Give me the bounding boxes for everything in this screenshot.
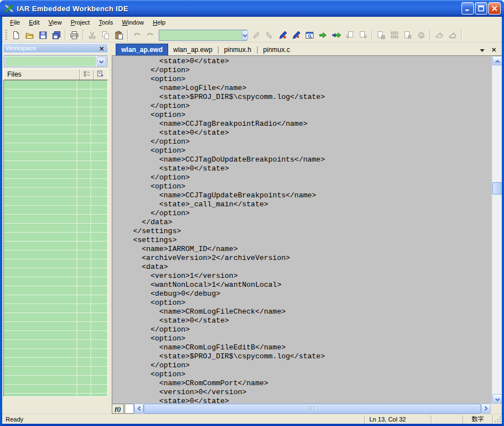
horizontal-scroll-thumb[interactable]: [144, 404, 481, 414]
find-combobox[interactable]: [159, 30, 247, 41]
tab-wlan-ap-ewp[interactable]: wlan_ap.ewp: [168, 44, 217, 55]
find-combo-input[interactable]: [159, 30, 242, 40]
undo-button: [130, 29, 143, 41]
workspace-config-value: [5, 56, 96, 66]
new-document-button[interactable]: [9, 29, 22, 41]
go-with-arguments-button[interactable]: [330, 29, 343, 41]
find-next-button: [263, 29, 275, 41]
editor-margin-toggle-button[interactable]: [125, 404, 134, 414]
make-icon: [377, 31, 386, 40]
menu-view[interactable]: View: [44, 17, 66, 27]
scroll-up-button[interactable]: [492, 56, 502, 65]
go-to-bookmark-icon: [292, 31, 301, 40]
save-button[interactable]: [36, 29, 49, 41]
file-status-column-header[interactable]: [79, 69, 93, 79]
editor-tab-bar: wlan_ap.ewd wlan_ap.ewp pinmux.h pinmux.…: [112, 42, 502, 55]
chevron-down-icon: [480, 45, 484, 54]
make-button: [374, 29, 387, 41]
chevron-up-icon: [495, 58, 500, 64]
find-previous-button: [249, 29, 262, 41]
toolbar-grip[interactable]: [5, 30, 7, 41]
scroll-down-button[interactable]: [492, 394, 502, 404]
build-status-column-header[interactable]: [93, 69, 107, 79]
workspace-panel: Workspace Files: [2, 42, 110, 414]
download-and-debug-button: [432, 29, 445, 41]
maximize-button[interactable]: [475, 2, 487, 15]
workspace-combo-dropdown-button[interactable]: [97, 56, 106, 66]
go-to-bookmark-button[interactable]: [289, 29, 302, 41]
save-all-button[interactable]: [50, 29, 63, 41]
minimize-button[interactable]: [462, 2, 474, 15]
copy-button: [99, 29, 112, 41]
open-file-button[interactable]: [23, 29, 36, 41]
find-previous-icon: [251, 31, 260, 40]
menu-edit[interactable]: Edit: [25, 17, 44, 27]
editor-panel: wlan_ap.ewd wlan_ap.ewp pinmux.h pinmux.…: [112, 42, 502, 414]
find-next-icon: [265, 31, 274, 40]
horizontal-scrollbar[interactable]: [134, 404, 491, 414]
file-status-icon: [83, 70, 90, 78]
scroll-right-button[interactable]: [481, 404, 491, 414]
workspace-close-button[interactable]: [98, 44, 106, 52]
vertical-scroll-thumb[interactable]: [492, 182, 502, 195]
menu-bar: File Edit View Project Tools Window Help: [2, 17, 502, 28]
go-with-arguments-icon: [332, 31, 341, 40]
main-area: Workspace Files: [2, 42, 502, 414]
toolbar-separator: [65, 30, 65, 41]
resize-grip[interactable]: [493, 414, 502, 424]
find-combo-dropdown-button[interactable]: [242, 30, 248, 40]
close-button[interactable]: [488, 2, 501, 15]
batch-build-button: [388, 29, 401, 41]
menu-window[interactable]: Window: [117, 17, 148, 27]
chevron-down-icon: [243, 32, 248, 39]
toolbar-separator: [461, 30, 462, 41]
app-window: IAR Embedded Workbench IDE File Edit Vie…: [0, 0, 504, 426]
next-statement-icon: [359, 31, 368, 40]
menu-project[interactable]: Project: [66, 17, 94, 27]
editor-text-area[interactable]: <state>0</state> </option> <option> <nam…: [112, 55, 502, 404]
workspace-config-combobox[interactable]: [4, 55, 107, 67]
scrollbar-corner: [491, 404, 502, 414]
column-divider: [91, 81, 91, 396]
copy-icon: [101, 31, 110, 40]
tab-wlan-ap-ewd[interactable]: wlan_ap.ewd: [116, 44, 168, 55]
chevron-down-icon: [99, 58, 104, 65]
chevron-right-icon: [484, 405, 488, 412]
cut-icon: [88, 31, 97, 40]
vertical-scrollbar[interactable]: [492, 56, 502, 404]
new-document-icon: [12, 31, 21, 40]
print-icon: [70, 31, 79, 40]
menu-tools[interactable]: Tools: [94, 17, 118, 27]
batch-build-icon: [390, 31, 399, 40]
files-column-header[interactable]: Files: [3, 69, 108, 80]
scroll-thumb-grip: [310, 406, 315, 411]
go-icon: [318, 31, 327, 40]
debug-without-downloading-icon: [448, 31, 457, 40]
tab-list-button[interactable]: [478, 46, 486, 53]
toggle-bookmark-button[interactable]: [276, 29, 289, 41]
paste-button[interactable]: [112, 29, 125, 41]
go-button[interactable]: [316, 29, 329, 41]
tab-pinmux-h[interactable]: pinmux.h: [219, 44, 256, 55]
menu-help[interactable]: Help: [148, 17, 170, 27]
close-document-button[interactable]: [490, 46, 497, 53]
stop-build-icon: [403, 31, 412, 40]
find-in-files-button[interactable]: [303, 29, 316, 41]
scroll-left-button[interactable]: [134, 404, 144, 414]
tab-pinmux-c[interactable]: pinmux.c: [258, 44, 295, 55]
menu-file[interactable]: File: [6, 17, 25, 27]
cursor-position: Ln 13, Col 32: [365, 414, 431, 424]
build-status-icon: [97, 70, 104, 78]
stop-build-button: [401, 29, 414, 41]
status-bar: Ready Ln 13, Col 32 数字: [2, 414, 502, 424]
editor-bottom-bar: f(): [112, 404, 502, 414]
column-divider: [77, 81, 77, 396]
save-all-icon: [52, 31, 61, 40]
status-message: Ready: [6, 416, 364, 423]
print-button[interactable]: [68, 29, 80, 41]
open-file-icon: [25, 31, 34, 40]
editor-code[interactable]: <state>0</state> </option> <option> <nam…: [116, 57, 491, 404]
workspace-file-list[interactable]: [3, 80, 108, 397]
function-list-button[interactable]: f(): [112, 404, 124, 414]
workspace-caption-label: Workspace: [6, 45, 98, 51]
